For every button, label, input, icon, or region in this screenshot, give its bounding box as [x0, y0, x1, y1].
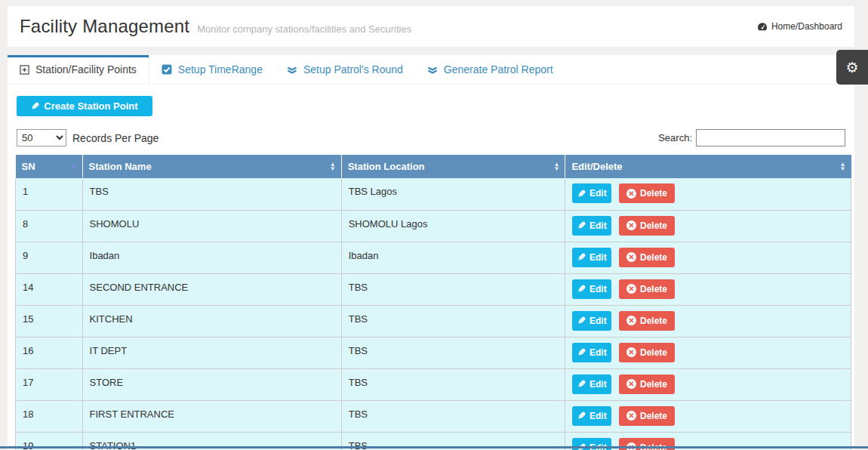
layers-icon	[427, 65, 438, 75]
cell-sn: 16	[16, 337, 83, 368]
cell-edit-delete: ✎ Edit ✕ Delete	[565, 210, 851, 242]
table-row: 1 TBS TBS Lagos ✎ Edit ✕ Delete	[16, 178, 851, 210]
stations-table-wrap: SN ▲ Station Name ▲▼ Station Location ▲▼	[15, 155, 851, 450]
stations-table: SN ▲ Station Name ▲▼ Station Location ▲▼	[15, 155, 851, 450]
pencil-icon: ✎	[577, 347, 586, 358]
table-row: 8 SHOMOLU SHOMOLU Lagos ✎ Edit ✕ Delete	[16, 210, 851, 242]
breadcrumb[interactable]: Home/Dashboard	[757, 21, 842, 32]
edit-button[interactable]: ✎ Edit	[572, 216, 611, 236]
pencil-icon: ✎	[577, 378, 586, 390]
table-controls: 50 Records Per Page Search:	[17, 129, 845, 146]
create-station-point-button[interactable]: ✎ Create Station Point	[17, 96, 152, 116]
delete-button[interactable]: ✕ Delete	[619, 343, 675, 362]
cell-edit-delete: ✎ Edit ✕ Delete	[565, 273, 851, 305]
cell-station-location: TBS	[341, 273, 565, 305]
page-header: Facility Management Monitor company stat…	[8, 6, 854, 47]
edit-button[interactable]: ✎ Edit	[572, 374, 611, 394]
sort-both-icon: ▲▼	[330, 162, 336, 171]
pencil-icon: ✎	[577, 251, 586, 263]
sort-both-icon: ▲▼	[553, 162, 559, 171]
bottom-edge-line	[0, 446, 868, 448]
table-body: 1 TBS TBS Lagos ✎ Edit ✕ Delete 8 SHOMOL…	[16, 178, 851, 450]
records-per-page-label: Records Per Page	[72, 132, 159, 144]
cell-station-location: TBS	[341, 337, 565, 368]
table-row: 16 IT DEPT TBS ✎ Edit ✕ Delete	[16, 337, 851, 368]
search-input[interactable]	[696, 129, 845, 146]
delete-button[interactable]: ✕ Delete	[619, 216, 675, 236]
records-per-page-select[interactable]: 50	[17, 129, 66, 146]
check-square-icon	[162, 64, 172, 75]
cell-station-location: TBS	[341, 305, 565, 337]
tab-generate-patrol-report[interactable]: Generate Patrol Report	[415, 55, 565, 84]
sort-both-icon: ▲▼	[840, 162, 846, 171]
cell-edit-delete: ✎ Edit ✕ Delete	[565, 242, 851, 273]
search-label: Search:	[658, 132, 692, 143]
circle-x-icon: ✕	[626, 316, 636, 325]
edit-button[interactable]: ✎ Edit	[572, 248, 611, 267]
cell-station-location: TBS	[341, 400, 565, 432]
tab-setup-timerange[interactable]: Setup TimeRange	[149, 55, 275, 84]
pencil-icon: ✎	[577, 188, 586, 199]
cell-sn: 14	[16, 273, 83, 305]
column-header-edit-delete[interactable]: Edit/Delete ▲▼	[565, 155, 851, 178]
cell-station-name: KITCHEN	[82, 305, 341, 337]
cell-station-name: FIRST ENTRANCE	[82, 400, 341, 432]
settings-gear-button[interactable]: ⚙	[836, 50, 868, 85]
tab-station-facility-points[interactable]: Station/Facility Points	[8, 55, 149, 84]
sort-ascending-icon: ▲	[71, 164, 77, 170]
edit-button[interactable]: ✎ Edit	[572, 183, 611, 203]
circle-x-icon: ✕	[626, 347, 636, 357]
table-header-row: SN ▲ Station Name ▲▼ Station Location ▲▼	[16, 155, 851, 178]
cell-sn: 1	[16, 178, 83, 210]
cell-sn: 18	[16, 400, 83, 432]
cell-edit-delete: ✎ Edit ✕ Delete	[565, 178, 851, 210]
edit-button[interactable]: ✎ Edit	[572, 311, 611, 331]
column-header-station-location[interactable]: Station Location ▲▼	[341, 155, 565, 178]
tab-label: Station/Facility Points	[35, 63, 137, 76]
table-row: 14 SECOND ENTRANCE TBS ✎ Edit ✕ Delete	[16, 273, 851, 305]
pencil-icon: ✎	[577, 283, 586, 294]
delete-button[interactable]: ✕ Delete	[619, 374, 675, 394]
page-subtitle: Monitor company stations/facilities and …	[197, 23, 411, 35]
delete-button[interactable]: ✕ Delete	[619, 406, 675, 426]
cell-station-location: SHOMOLU Lagos	[341, 210, 565, 242]
table-row: 18 FIRST ENTRANCE TBS ✎ Edit ✕ Delete	[16, 400, 851, 432]
page-title: Facility Management	[20, 16, 189, 37]
edit-button[interactable]: ✎ Edit	[572, 406, 611, 426]
circle-x-icon: ✕	[626, 252, 636, 262]
table-row: 17 STORE TBS ✎ Edit ✕ Delete	[16, 368, 851, 400]
pencil-icon: ✎	[577, 315, 586, 326]
cell-station-location: Ibadan	[341, 242, 565, 273]
circle-x-icon: ✕	[626, 284, 636, 294]
cell-station-location: TBS	[341, 368, 565, 400]
delete-button[interactable]: ✕ Delete	[619, 279, 675, 299]
cell-edit-delete: ✎ Edit ✕ Delete	[565, 305, 851, 337]
cell-station-name: Ibadan	[82, 242, 341, 273]
layers-icon	[287, 65, 297, 75]
delete-button[interactable]: ✕ Delete	[619, 248, 675, 267]
cell-station-location: TBS Lagos	[341, 178, 565, 210]
cell-edit-delete: ✎ Edit ✕ Delete	[565, 337, 851, 368]
edit-button[interactable]: ✎ Edit	[572, 343, 611, 362]
cell-sn: 8	[16, 210, 83, 242]
column-header-sn[interactable]: SN ▲	[16, 155, 83, 178]
table-row: 15 KITCHEN TBS ✎ Edit ✕ Delete	[16, 305, 851, 337]
pencil-icon: ✎	[31, 100, 39, 112]
cell-edit-delete: ✎ Edit ✕ Delete	[565, 400, 851, 432]
cell-sn: 17	[16, 368, 83, 400]
cell-station-name: SHOMOLU	[82, 210, 341, 242]
pencil-icon: ✎	[577, 410, 586, 421]
gear-icon: ⚙	[845, 59, 858, 76]
circle-x-icon: ✕	[626, 411, 636, 421]
delete-button[interactable]: ✕ Delete	[619, 311, 675, 331]
circle-x-icon: ✕	[626, 189, 636, 199]
tab-setup-patrols-round[interactable]: Setup Patrol's Round	[275, 55, 415, 84]
column-header-station-name[interactable]: Station Name ▲▼	[82, 155, 341, 178]
tab-bar: Station/Facility Points Setup TimeRange …	[8, 55, 854, 85]
delete-button[interactable]: ✕ Delete	[619, 183, 675, 203]
cell-sn: 15	[16, 305, 83, 337]
plus-square-icon	[20, 65, 29, 75]
cell-station-name: TBS	[82, 178, 341, 210]
tab-label: Generate Patrol Report	[444, 63, 553, 76]
edit-button[interactable]: ✎ Edit	[572, 279, 611, 299]
